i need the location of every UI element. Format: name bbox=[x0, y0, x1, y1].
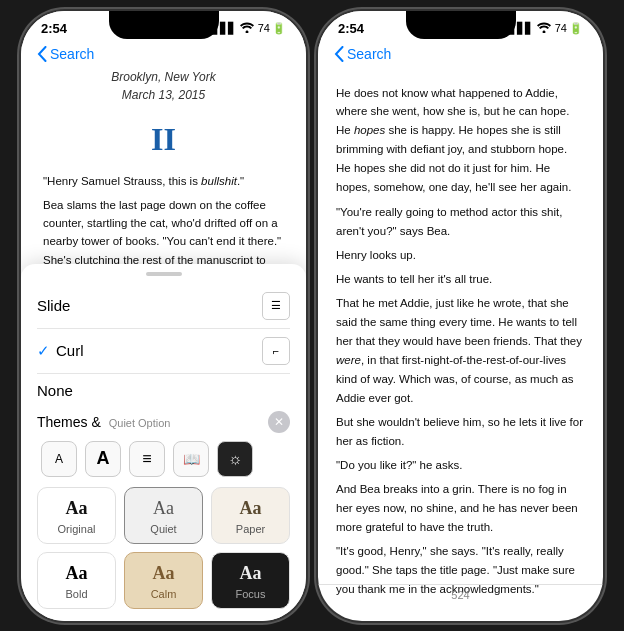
bottom-panel: Slide ☰ ✓ Curl ⌐ None Themes & Quiet Opt bbox=[21, 264, 306, 621]
time-left: 2:54 bbox=[41, 21, 67, 36]
theme-paper[interactable]: Aa Paper bbox=[211, 487, 290, 544]
theme-bold[interactable]: Aa Bold bbox=[37, 552, 116, 609]
scroll-option-curl[interactable]: ✓ Curl ⌐ bbox=[37, 329, 290, 374]
scroll-slide-icon: ☰ bbox=[262, 292, 290, 320]
book-text-right: He does not know what happened to Addie,… bbox=[318, 68, 603, 598]
theme-calm-label: Calm bbox=[151, 588, 177, 600]
wifi-icon-left bbox=[240, 22, 254, 35]
themes-grid: Aa Original Aa Quiet Aa Paper Aa Bold bbox=[37, 487, 290, 609]
font-large-button[interactable]: A bbox=[85, 441, 121, 477]
slide-indicator bbox=[146, 272, 182, 276]
scroll-option-slide[interactable]: Slide ☰ bbox=[37, 284, 290, 329]
theme-calm-preview: Aa bbox=[153, 563, 175, 584]
themes-title: Themes & Quiet Option bbox=[37, 414, 170, 430]
book-icon: 📖 bbox=[183, 451, 200, 467]
themes-section: Themes & Quiet Option ✕ A A bbox=[21, 407, 306, 609]
scroll-options: Slide ☰ ✓ Curl ⌐ None bbox=[21, 284, 306, 407]
theme-paper-preview: Aa bbox=[240, 498, 262, 519]
themes-header: Themes & Quiet Option ✕ bbox=[37, 411, 290, 433]
notch bbox=[109, 11, 219, 39]
theme-focus[interactable]: Aa Focus bbox=[211, 552, 290, 609]
font-controls: A A ≡ 📖 ☼ bbox=[37, 441, 290, 477]
brightness-button[interactable]: ☼ bbox=[217, 441, 253, 477]
theme-original-preview: Aa bbox=[66, 498, 88, 519]
phones-container: 2:54 ▋▋▋ 74 🔋 Search bbox=[21, 11, 603, 621]
theme-quiet-label: Quiet bbox=[150, 523, 176, 535]
book-icon-button[interactable]: 📖 bbox=[173, 441, 209, 477]
chapter-number: II bbox=[43, 115, 284, 165]
theme-bold-label: Bold bbox=[65, 588, 87, 600]
checkmark-curl: ✓ bbox=[37, 342, 50, 360]
theme-calm[interactable]: Aa Calm bbox=[124, 552, 203, 609]
wifi-icon-right bbox=[537, 22, 551, 35]
font-small-button[interactable]: A bbox=[41, 441, 77, 477]
book-header: Brooklyn, New York March 13, 2015 bbox=[43, 68, 284, 105]
back-button-left[interactable]: Search bbox=[37, 46, 94, 62]
close-button[interactable]: ✕ bbox=[268, 411, 290, 433]
theme-paper-label: Paper bbox=[236, 523, 265, 535]
battery-icon-right: 74 🔋 bbox=[555, 22, 583, 35]
scroll-curl-icon: ⌐ bbox=[262, 337, 290, 365]
right-phone: 2:54 ▋▋▋ 74 🔋 Search bbox=[318, 11, 603, 621]
battery-icon-left: 74 🔋 bbox=[258, 22, 286, 35]
status-icons-left: ▋▋▋ 74 🔋 bbox=[212, 22, 286, 35]
format-button[interactable]: ≡ bbox=[129, 441, 165, 477]
time-right: 2:54 bbox=[338, 21, 364, 36]
theme-quiet[interactable]: Aa Quiet bbox=[124, 487, 203, 544]
format-icon: ≡ bbox=[142, 450, 151, 468]
brightness-icon: ☼ bbox=[228, 450, 243, 468]
left-phone: 2:54 ▋▋▋ 74 🔋 Search bbox=[21, 11, 306, 621]
back-button-right[interactable]: Search bbox=[334, 46, 391, 62]
status-icons-right: ▋▋▋ 74 🔋 bbox=[509, 22, 583, 35]
scroll-option-none[interactable]: None bbox=[37, 374, 290, 407]
notch-right bbox=[406, 11, 516, 39]
nav-bar-right[interactable]: Search bbox=[318, 40, 603, 68]
theme-quiet-preview: Aa bbox=[153, 498, 174, 519]
nav-bar-left[interactable]: Search bbox=[21, 40, 306, 68]
theme-original[interactable]: Aa Original bbox=[37, 487, 116, 544]
theme-focus-label: Focus bbox=[236, 588, 266, 600]
theme-focus-preview: Aa bbox=[240, 563, 262, 584]
theme-bold-preview: Aa bbox=[66, 563, 88, 584]
theme-original-label: Original bbox=[58, 523, 96, 535]
page-number: 524 bbox=[318, 584, 603, 605]
